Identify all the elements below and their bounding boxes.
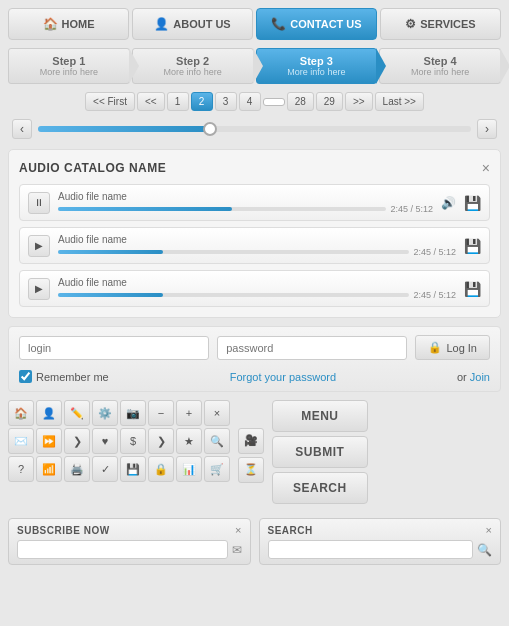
page-btn[interactable]: Last >> <box>375 92 424 111</box>
track-progress-2[interactable] <box>58 293 409 297</box>
search-button[interactable]: SEARCH <box>272 472 368 504</box>
slider-thumb[interactable] <box>203 122 217 136</box>
nav-item-services[interactable]: ⚙SERVICES <box>380 8 501 40</box>
page-btn[interactable]: 28 <box>287 92 314 111</box>
search-icon: 🔍 <box>477 543 492 557</box>
track-progress-row-0: 2:45 / 5:12 <box>58 204 433 214</box>
subscribe-bar: SUBSCRIBE NOW × ✉ <box>8 518 251 565</box>
icon-btn-21[interactable]: 🔒 <box>148 456 174 482</box>
slider-right-arrow[interactable]: › <box>477 119 497 139</box>
audio-catalog: AUDIO CATALOG NAME × ⏸ Audio file name 2… <box>8 149 501 318</box>
audio-track-1: ▶ Audio file name 2:45 / 5:12 💾 <box>19 227 490 264</box>
password-input[interactable] <box>217 336 407 360</box>
page-btn[interactable]: 1 <box>167 92 189 111</box>
subscribe-header: SUBSCRIBE NOW × <box>17 524 242 536</box>
icon-grid: 🏠👤✏️⚙️📷−+×✉️⏩❯♥$❯★🔍?📶🖨️✓💾🔒📊🛒 <box>8 400 230 510</box>
track-name-2: Audio file name <box>58 277 456 288</box>
icon-btn-5[interactable]: − <box>148 400 174 426</box>
forgot-password-link[interactable]: Forgot your password <box>230 371 336 383</box>
step-arrow-step3 <box>376 48 386 84</box>
volume-icon[interactable]: 🔊 <box>441 196 456 210</box>
icon-btn-13[interactable]: ❯ <box>148 428 174 454</box>
icon-btn-1[interactable]: 👤 <box>36 400 62 426</box>
nav-label-services: SERVICES <box>420 18 475 30</box>
hourglass-icon-btn[interactable]: ⏳ <box>238 457 264 483</box>
play-pause-btn-1[interactable]: ▶ <box>28 235 50 257</box>
remember-checkbox[interactable] <box>19 370 32 383</box>
step-sub-step1: More info here <box>40 67 98 77</box>
icon-btn-7[interactable]: × <box>204 400 230 426</box>
nav-item-contact[interactable]: 📞CONTACT US <box>256 8 377 40</box>
track-save-0[interactable]: 💾 <box>464 195 481 211</box>
icon-btn-14[interactable]: ★ <box>176 428 202 454</box>
video-icon-btn[interactable]: 🎥 <box>238 428 264 454</box>
catalog-title: AUDIO CATALOG NAME <box>19 161 166 175</box>
icon-btn-19[interactable]: ✓ <box>92 456 118 482</box>
track-progress-0[interactable] <box>58 207 386 211</box>
icon-btn-11[interactable]: ♥ <box>92 428 118 454</box>
nav-label-about: ABOUT US <box>173 18 230 30</box>
icon-btn-20[interactable]: 💾 <box>120 456 146 482</box>
icon-btn-10[interactable]: ❯ <box>64 428 90 454</box>
track-save-1[interactable]: 💾 <box>464 238 481 254</box>
nav-item-home[interactable]: 🏠HOME <box>8 8 129 40</box>
track-save-2[interactable]: 💾 <box>464 281 481 297</box>
icon-btn-12[interactable]: $ <box>120 428 146 454</box>
subscribe-input[interactable] <box>17 540 228 559</box>
play-pause-btn-0[interactable]: ⏸ <box>28 192 50 214</box>
icon-btn-15[interactable]: 🔍 <box>204 428 230 454</box>
page-btn[interactable]: 4 <box>239 92 261 111</box>
submit-button[interactable]: SUBMIT <box>272 436 368 468</box>
icon-btn-9[interactable]: ⏩ <box>36 428 62 454</box>
icon-btn-4[interactable]: 📷 <box>120 400 146 426</box>
search-input[interactable] <box>268 540 474 559</box>
icon-btn-8[interactable]: ✉️ <box>8 428 34 454</box>
page-btn[interactable]: 2 <box>191 92 213 111</box>
page-btn[interactable]: 3 <box>215 92 237 111</box>
track-progress-1[interactable] <box>58 250 409 254</box>
icon-btn-18[interactable]: 🖨️ <box>64 456 90 482</box>
join-link[interactable]: Join <box>470 371 490 383</box>
icon-btn-16[interactable]: ? <box>8 456 34 482</box>
step-item-step3[interactable]: Step 3More info here <box>256 48 378 84</box>
icon-btn-23[interactable]: 🛒 <box>204 456 230 482</box>
step-sub-step3: More info here <box>287 67 345 77</box>
remember-me-label[interactable]: Remember me <box>19 370 109 383</box>
page-btn[interactable]: << <box>137 92 165 111</box>
menu-button[interactable]: MENU <box>272 400 368 432</box>
step-item-step2[interactable]: Step 2More info here <box>132 48 254 84</box>
play-pause-btn-2[interactable]: ▶ <box>28 278 50 300</box>
track-progress-row-2: 2:45 / 5:12 <box>58 290 456 300</box>
icon-btn-2[interactable]: ✏️ <box>64 400 90 426</box>
step-arrow-step1 <box>129 48 139 84</box>
subscribe-close[interactable]: × <box>235 524 241 536</box>
search-label: SEARCH <box>268 525 313 536</box>
step-item-step1[interactable]: Step 1More info here <box>8 48 130 84</box>
slider-track[interactable] <box>38 126 471 132</box>
catalog-close-button[interactable]: × <box>482 160 490 176</box>
page-btn[interactable]: 29 <box>316 92 343 111</box>
search-close[interactable]: × <box>486 524 492 536</box>
icon-btn-22[interactable]: 📊 <box>176 456 202 482</box>
step-item-step4[interactable]: Step 4More info here <box>379 48 501 84</box>
login-button[interactable]: 🔒 Log In <box>415 335 490 360</box>
step-arrow-step2 <box>253 48 263 84</box>
nav-item-about[interactable]: 👤ABOUT US <box>132 8 253 40</box>
icon-btn-3[interactable]: ⚙️ <box>92 400 118 426</box>
icon-btn-0[interactable]: 🏠 <box>8 400 34 426</box>
login-area: 🔒 Log In Remember me Forgot your passwor… <box>8 326 501 392</box>
page-btn[interactable]: >> <box>345 92 373 111</box>
nav-label-home: HOME <box>62 18 95 30</box>
icon-btn-6[interactable]: + <box>176 400 202 426</box>
icon-btn-17[interactable]: 📶 <box>36 456 62 482</box>
page-btn[interactable]: << First <box>85 92 135 111</box>
nav-icon-services: ⚙ <box>405 17 416 31</box>
track-fill-0 <box>58 207 232 211</box>
nav-label-contact: CONTACT US <box>290 18 361 30</box>
slider-left-arrow[interactable]: ‹ <box>12 119 32 139</box>
page-btn[interactable] <box>263 98 285 106</box>
track-progress-row-1: 2:45 / 5:12 <box>58 247 456 257</box>
login-input[interactable] <box>19 336 209 360</box>
track-info-0: Audio file name 2:45 / 5:12 <box>58 191 433 214</box>
login-row2: Remember me Forgot your password or Join <box>19 370 490 383</box>
